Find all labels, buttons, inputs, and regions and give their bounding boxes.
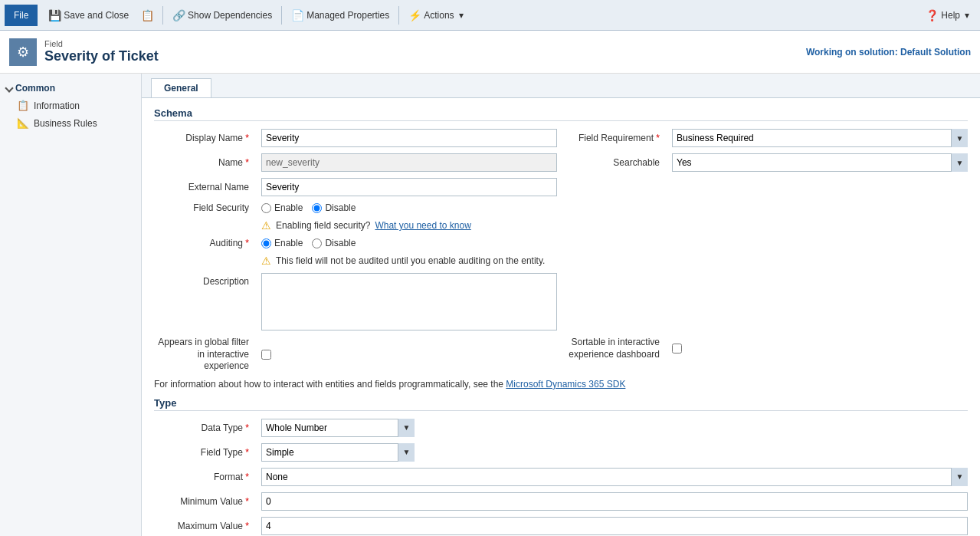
managed-properties-icon: 📄 — [291, 9, 303, 21]
sortable-label: Sortable in interactive experience dashb… — [565, 337, 664, 360]
searchable-select-wrapper: Yes No ▼ — [672, 153, 968, 172]
extra-toolbar-button[interactable]: 📋 — [135, 5, 159, 26]
solution-label: Working on solution: Default Solution — [806, 47, 971, 58]
field-security-disable[interactable]: Disable — [312, 202, 356, 213]
name-col: Name * — [154, 153, 557, 172]
description-row: Description — [154, 273, 968, 330]
actions-label: Actions — [424, 10, 454, 21]
field-security-label: Field Security — [154, 202, 254, 213]
data-type-col: Data Type * Whole Number ▼ — [154, 419, 557, 437]
field-security-enable[interactable]: Enable — [261, 202, 303, 213]
sdk-info-text: For information about how to interact wi… — [154, 379, 503, 390]
searchable-select[interactable]: Yes No — [672, 153, 968, 172]
name-input[interactable] — [261, 153, 557, 172]
save-close-button[interactable]: 💾 Save and Close — [42, 5, 135, 26]
field-label: Field — [44, 39, 159, 48]
sidebar-item-business-rules-label: Business Rules — [34, 118, 97, 129]
data-type-row: Data Type * Whole Number ▼ — [154, 419, 968, 437]
sidebar-group-common[interactable]: Common — [0, 80, 141, 97]
managed-properties-button[interactable]: 📄 Managed Properties — [285, 5, 395, 26]
display-name-input[interactable] — [261, 129, 557, 147]
auditing-enable-radio[interactable] — [261, 238, 271, 248]
global-filter-checkbox[interactable] — [261, 350, 271, 360]
format-select[interactable]: None — [261, 468, 968, 486]
help-label: Help — [941, 10, 960, 21]
tab-general[interactable]: General — [151, 78, 211, 97]
save-close-icon: 💾 — [48, 9, 61, 21]
page-header: ⚙ Field Severity of Ticket Working on so… — [0, 31, 980, 74]
format-label: Format * — [154, 472, 254, 482]
external-name-input[interactable] — [261, 178, 557, 196]
auditing-warning-row: ⚠ This field will not be audited until y… — [154, 255, 968, 267]
extra-icon: 📋 — [141, 9, 153, 21]
actions-button[interactable]: ⚡ Actions ▾ — [402, 5, 469, 26]
field-security-radio-group: Enable Disable — [261, 202, 557, 213]
maximum-value-label: Maximum Value * — [154, 521, 254, 531]
minimum-value-input[interactable] — [261, 492, 968, 511]
description-textarea[interactable] — [261, 273, 557, 330]
main-layout: Common 📋 Information 📐 Business Rules Ge… — [0, 74, 980, 536]
external-name-row: External Name — [154, 178, 968, 196]
what-you-need-to-know-link[interactable]: What you need to know — [375, 220, 470, 231]
field-type-select[interactable]: Simple — [261, 443, 415, 462]
field-security-enable-radio[interactable] — [261, 203, 271, 213]
description-label: Description — [154, 273, 254, 287]
minimum-value-label: Minimum Value * — [154, 496, 254, 507]
information-icon: 📋 — [17, 100, 29, 111]
field-type-row: Field Type * Simple ▼ — [154, 443, 968, 462]
description-col: Description — [154, 273, 557, 330]
show-dependencies-button[interactable]: 🔗 Show Dependencies — [166, 5, 278, 26]
data-type-select[interactable]: Whole Number — [261, 419, 415, 437]
sidebar: Common 📋 Information 📐 Business Rules — [0, 74, 142, 536]
sdk-link[interactable]: Microsoft Dynamics 365 SDK — [506, 379, 625, 390]
toolbar-separator-3 — [398, 6, 399, 25]
show-dependencies-label: Show Dependencies — [188, 10, 272, 21]
field-requirement-select-wrapper: Business Required No Constraint Business… — [672, 129, 968, 147]
field-type-col: Field Type * Simple ▼ — [154, 443, 557, 462]
field-requirement-label: Field Requirement * — [565, 133, 664, 143]
field-requirement-col: Field Requirement * Business Required No… — [565, 129, 968, 147]
auditing-col: Auditing * Enable Disable — [154, 238, 557, 248]
page-title-block: Field Severity of Ticket — [44, 39, 159, 64]
sortable-checkbox[interactable] — [672, 344, 682, 353]
form-area: Schema Display Name * Field Requirement … — [142, 98, 980, 536]
type-section-title: Type — [154, 397, 968, 411]
maximum-value-row: Maximum Value * — [154, 517, 968, 535]
schema-section-title: Schema — [154, 107, 968, 121]
format-select-wrapper: None ▼ — [261, 468, 968, 486]
field-requirement-select[interactable]: Business Required No Constraint Business… — [672, 129, 968, 147]
sortable-col: Sortable in interactive experience dashb… — [565, 337, 968, 360]
actions-icon: ⚡ — [408, 9, 421, 21]
auditing-disable[interactable]: Disable — [312, 238, 356, 248]
tab-bar: General — [142, 74, 980, 98]
page-title: Severity of Ticket — [44, 48, 159, 64]
sidebar-item-business-rules[interactable]: 📐 Business Rules — [0, 114, 141, 132]
field-type-select-wrapper: Simple ▼ — [261, 443, 415, 462]
minimum-value-full-row: Minimum Value * — [154, 492, 968, 511]
toolbar-right: ❓ Help ▾ — [919, 5, 975, 26]
data-type-label: Data Type * — [154, 423, 254, 433]
searchable-col: Searchable Yes No ▼ — [565, 153, 968, 172]
help-button[interactable]: ❓ Help ▾ — [919, 5, 975, 26]
toolbar-separator-1 — [162, 6, 163, 25]
global-filter-row: Appears in global filter in interactive … — [154, 337, 968, 373]
data-type-select-wrapper: Whole Number ▼ — [261, 419, 415, 437]
minimum-value-row: Minimum Value * — [154, 492, 968, 511]
maximum-value-input[interactable] — [261, 517, 968, 535]
warning-text: Enabling field security? — [276, 220, 370, 231]
auditing-enable[interactable]: Enable — [261, 238, 303, 248]
file-button[interactable]: File — [5, 5, 38, 26]
solution-label-text: Working on solution: — [806, 47, 900, 58]
field-type-label: Field Type * — [154, 447, 254, 458]
business-rules-icon: 📐 — [17, 117, 29, 129]
display-name-col: Display Name * — [154, 129, 557, 147]
field-security-disable-radio[interactable] — [312, 203, 322, 213]
sidebar-item-information[interactable]: 📋 Information — [0, 97, 141, 114]
auditing-disable-radio[interactable] — [312, 238, 322, 248]
name-row: Name * Searchable Yes No ▼ — [154, 153, 968, 172]
auditing-label: Auditing * — [154, 238, 254, 248]
warning-icon-2: ⚠ — [261, 255, 271, 267]
managed-properties-label: Managed Properties — [306, 10, 389, 21]
auditing-row: Auditing * Enable Disable — [154, 238, 968, 248]
actions-dropdown-icon: ▾ — [459, 10, 464, 21]
